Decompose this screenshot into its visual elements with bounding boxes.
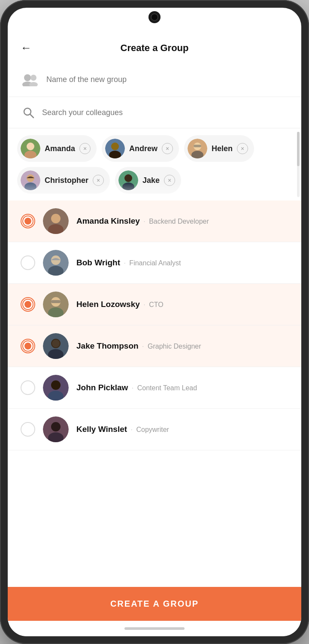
chips-scroll-thumb [297, 132, 300, 166]
home-bar [124, 627, 185, 630]
header: ← Create a Group [8, 33, 301, 62]
radio-kelly-w[interactable] [21, 422, 35, 437]
chip-close-jake[interactable]: × [164, 175, 175, 186]
svg-point-1 [30, 75, 36, 81]
contact-name-kelly-w: Kelly Winslet [76, 425, 127, 434]
contact-name-helen-l: Helen Lozowsky [76, 300, 140, 309]
contact-info-jake-t: Jake Thompson · Graphic Designer [76, 341, 288, 351]
camera-notch [148, 11, 161, 23]
contact-info-kelly-w: Kelly Winslet · Copywriter [76, 425, 288, 434]
contact-name-jake-t: Jake Thompson [76, 341, 139, 350]
chip-close-helen[interactable]: × [237, 143, 248, 154]
chip-name-andrew: Andrew [129, 144, 158, 153]
avatar-christopher [21, 170, 40, 190]
phone-frame: ← Create a Group [0, 0, 309, 644]
radio-amanda-k[interactable] [21, 214, 35, 228]
chip-amanda[interactable]: Amanda × [17, 135, 97, 162]
radio-inner-helen-l [23, 300, 33, 309]
home-indicator [8, 621, 301, 636]
avatar-andrew [105, 139, 125, 158]
contact-row-kelly-w[interactable]: Kelly Winslet · Copywriter [8, 409, 301, 450]
chip-jake[interactable]: Jake × [115, 167, 181, 194]
phone-screen: ← Create a Group [8, 8, 301, 636]
contact-row-amanda-k[interactable]: Amanda Kinsley · Backend Developer [8, 200, 301, 242]
chip-andrew[interactable]: Andrew × [102, 135, 179, 162]
chip-name-jake: Jake [142, 176, 160, 185]
chip-name-christopher: Christopher [45, 176, 88, 185]
contact-row-helen-l[interactable]: Helen Lozowsky · CTO [8, 284, 301, 325]
avatar-amanda [21, 139, 40, 158]
search-input[interactable] [42, 108, 288, 117]
radio-john-p[interactable] [21, 380, 35, 395]
svg-point-36 [52, 340, 60, 347]
group-name-row [8, 62, 301, 97]
create-group-button[interactable]: CREATE A GROUP [8, 587, 301, 621]
radio-bob-w[interactable] [21, 255, 35, 270]
contact-role-kelly-w: Copywriter [136, 426, 169, 433]
avatar-helen-l [43, 292, 69, 317]
svg-rect-16 [194, 145, 201, 147]
contact-role-amanda-k: Backend Developer [149, 218, 209, 225]
contact-name-john-p: John Picklaw [76, 383, 128, 392]
chip-name-helen: Helen [212, 144, 233, 153]
contact-role-jake-t: Graphic Designer [148, 343, 201, 350]
chips-scrollbar [297, 132, 300, 197]
radio-helen-l[interactable] [21, 297, 35, 312]
svg-point-41 [51, 422, 61, 431]
camera-lens [151, 13, 158, 21]
contact-info-helen-l: Helen Lozowsky · CTO [76, 300, 288, 309]
group-icon [21, 70, 39, 89]
contact-role-bob-w: Financial Analyst [129, 259, 181, 267]
contact-list[interactable]: Amanda Kinsley · Backend Developer [8, 200, 301, 587]
group-name-input[interactable] [46, 75, 288, 84]
avatar-john-p [43, 375, 69, 401]
chip-helen[interactable]: Helen × [184, 135, 254, 162]
contact-row-bob-w[interactable]: Bob Wright · Financial Analyst [8, 242, 301, 284]
contact-name-amanda-k: Amanda Kinsley [76, 216, 140, 225]
contact-role-helen-l: CTO [149, 301, 163, 308]
chips-section: Amanda × [8, 128, 301, 200]
page-title: Create a Group [121, 43, 189, 54]
avatar-kelly-w [43, 416, 69, 442]
svg-point-38 [51, 380, 61, 390]
radio-jake-t[interactable] [21, 339, 35, 353]
back-button[interactable]: ← [21, 41, 32, 55]
svg-point-24 [51, 214, 61, 223]
contact-role-john-p: Content Team Lead [137, 384, 197, 392]
svg-rect-32 [51, 300, 61, 303]
svg-line-5 [30, 114, 33, 118]
svg-point-11 [111, 143, 119, 150]
search-row [8, 97, 301, 128]
svg-point-7 [27, 143, 34, 150]
radio-inner-jake-t [23, 341, 33, 351]
chip-close-amanda[interactable]: × [79, 143, 91, 154]
search-icon [21, 105, 36, 120]
avatar-helen [188, 139, 207, 158]
chips-container: Amanda × [8, 128, 295, 200]
contact-info-john-p: John Picklaw · Content Team Lead [76, 383, 288, 392]
contact-row-john-p[interactable]: John Picklaw · Content Team Lead [8, 367, 301, 409]
avatar-jake-t [43, 333, 69, 359]
contact-info-amanda-k: Amanda Kinsley · Backend Developer [76, 216, 288, 226]
chip-close-christopher[interactable]: × [93, 175, 104, 186]
avatar-amanda-k [43, 208, 69, 234]
chips-area: Amanda × [8, 128, 295, 200]
screen-content: ← Create a Group [8, 8, 301, 636]
svg-point-21 [124, 174, 132, 182]
contact-row-jake-t[interactable]: Jake Thompson · Graphic Designer [8, 325, 301, 367]
chip-christopher[interactable]: Christopher × [17, 167, 110, 194]
contact-name-bob-w: Bob Wright [76, 258, 120, 267]
radio-inner-amanda-k [23, 216, 33, 226]
back-icon: ← [21, 41, 32, 55]
chip-name-amanda: Amanda [45, 144, 75, 153]
avatar-jake-chip [118, 170, 138, 190]
contact-info-bob-w: Bob Wright · Financial Analyst [76, 258, 288, 267]
chips-grid: Amanda × [17, 135, 286, 194]
avatar-bob-w [43, 250, 69, 276]
svg-point-0 [24, 74, 31, 81]
chip-close-andrew[interactable]: × [162, 143, 173, 154]
